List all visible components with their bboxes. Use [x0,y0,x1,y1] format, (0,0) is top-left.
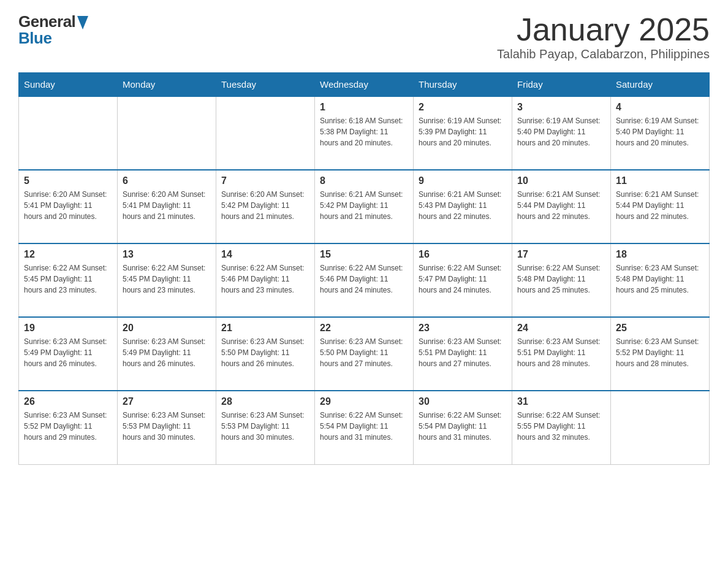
calendar-week-row: 12Sunrise: 6:22 AM Sunset: 5:45 PM Dayli… [19,243,710,317]
calendar-week-row: 19Sunrise: 6:23 AM Sunset: 5:49 PM Dayli… [19,317,710,391]
day-number: 9 [419,175,507,186]
day-info: Sunrise: 6:19 AM Sunset: 5:40 PM Dayligh… [517,115,605,148]
day-number: 11 [616,175,704,186]
day-info: Sunrise: 6:20 AM Sunset: 5:41 PM Dayligh… [123,189,211,222]
day-info: Sunrise: 6:23 AM Sunset: 5:52 PM Dayligh… [616,336,704,369]
calendar-week-row: 26Sunrise: 6:23 AM Sunset: 5:52 PM Dayli… [19,391,710,464]
day-info: Sunrise: 6:23 AM Sunset: 5:53 PM Dayligh… [221,410,309,443]
day-info: Sunrise: 6:23 AM Sunset: 5:53 PM Dayligh… [123,410,211,443]
day-info: Sunrise: 6:22 AM Sunset: 5:46 PM Dayligh… [320,262,408,296]
table-row: 2Sunrise: 6:19 AM Sunset: 5:39 PM Daylig… [414,96,512,170]
table-row [19,96,118,170]
calendar-table: Sunday Monday Tuesday Wednesday Thursday… [18,72,710,465]
days-of-week-row: Sunday Monday Tuesday Wednesday Thursday… [19,73,710,97]
calendar-title: January 2025 [497,12,710,47]
col-sunday: Sunday [19,73,118,97]
table-row: 18Sunrise: 6:23 AM Sunset: 5:48 PM Dayli… [611,243,710,317]
day-info: Sunrise: 6:21 AM Sunset: 5:44 PM Dayligh… [616,189,704,222]
day-info: Sunrise: 6:20 AM Sunset: 5:41 PM Dayligh… [24,189,112,222]
table-row: 12Sunrise: 6:22 AM Sunset: 5:45 PM Dayli… [19,243,118,317]
day-info: Sunrise: 6:22 AM Sunset: 5:55 PM Dayligh… [517,410,605,443]
day-number: 12 [24,249,112,260]
day-info: Sunrise: 6:22 AM Sunset: 5:45 PM Dayligh… [123,262,211,296]
day-number: 17 [517,249,605,260]
col-thursday: Thursday [414,73,512,97]
table-row: 11Sunrise: 6:21 AM Sunset: 5:44 PM Dayli… [611,170,710,243]
day-info: Sunrise: 6:19 AM Sunset: 5:40 PM Dayligh… [616,115,704,148]
calendar-week-row: 1Sunrise: 6:18 AM Sunset: 5:38 PM Daylig… [19,96,710,170]
day-info: Sunrise: 6:23 AM Sunset: 5:51 PM Dayligh… [517,336,605,369]
table-row: 30Sunrise: 6:22 AM Sunset: 5:54 PM Dayli… [414,391,512,464]
day-info: Sunrise: 6:23 AM Sunset: 5:50 PM Dayligh… [221,336,309,369]
day-number: 8 [320,175,408,186]
day-number: 6 [123,175,211,186]
day-info: Sunrise: 6:23 AM Sunset: 5:50 PM Dayligh… [320,336,408,369]
logo-text-blue: Blue [18,29,51,48]
day-info: Sunrise: 6:23 AM Sunset: 5:49 PM Dayligh… [24,336,112,369]
day-number: 5 [24,175,112,186]
day-info: Sunrise: 6:21 AM Sunset: 5:44 PM Dayligh… [517,189,605,222]
title-block: January 2025 Talahib Payap, Calabarzon, … [497,12,710,61]
table-row: 8Sunrise: 6:21 AM Sunset: 5:42 PM Daylig… [315,170,414,243]
table-row: 23Sunrise: 6:23 AM Sunset: 5:51 PM Dayli… [414,317,512,391]
day-number: 18 [616,249,704,260]
day-info: Sunrise: 6:22 AM Sunset: 5:48 PM Dayligh… [517,262,605,296]
day-number: 20 [123,323,211,334]
table-row [118,96,216,170]
day-info: Sunrise: 6:23 AM Sunset: 5:52 PM Dayligh… [24,410,112,443]
day-info: Sunrise: 6:18 AM Sunset: 5:38 PM Dayligh… [320,115,408,148]
table-row: 5Sunrise: 6:20 AM Sunset: 5:41 PM Daylig… [19,170,118,243]
calendar-subtitle: Talahib Payap, Calabarzon, Philippines [497,47,710,61]
table-row: 4Sunrise: 6:19 AM Sunset: 5:40 PM Daylig… [611,96,710,170]
day-number: 10 [517,175,605,186]
day-number: 30 [419,396,507,407]
calendar-header: Sunday Monday Tuesday Wednesday Thursday… [19,73,710,97]
col-tuesday: Tuesday [216,73,315,97]
day-number: 1 [320,102,408,113]
day-info: Sunrise: 6:20 AM Sunset: 5:42 PM Dayligh… [221,189,309,222]
day-info: Sunrise: 6:22 AM Sunset: 5:46 PM Dayligh… [221,262,309,296]
day-info: Sunrise: 6:22 AM Sunset: 5:45 PM Dayligh… [24,262,112,296]
table-row: 26Sunrise: 6:23 AM Sunset: 5:52 PM Dayli… [19,391,118,464]
table-row: 21Sunrise: 6:23 AM Sunset: 5:50 PM Dayli… [216,317,315,391]
calendar-body: 1Sunrise: 6:18 AM Sunset: 5:38 PM Daylig… [19,96,710,464]
day-number: 26 [24,396,112,407]
table-row: 28Sunrise: 6:23 AM Sunset: 5:53 PM Dayli… [216,391,315,464]
svg-marker-0 [77,16,88,29]
table-row: 29Sunrise: 6:22 AM Sunset: 5:54 PM Dayli… [315,391,414,464]
day-number: 22 [320,323,408,334]
day-number: 3 [517,102,605,113]
day-number: 7 [221,175,309,186]
day-number: 31 [517,396,605,407]
table-row [216,96,315,170]
day-info: Sunrise: 6:23 AM Sunset: 5:48 PM Dayligh… [616,262,704,296]
day-number: 4 [616,102,704,113]
table-row: 20Sunrise: 6:23 AM Sunset: 5:49 PM Dayli… [118,317,216,391]
col-saturday: Saturday [611,73,710,97]
calendar-week-row: 5Sunrise: 6:20 AM Sunset: 5:41 PM Daylig… [19,170,710,243]
day-info: Sunrise: 6:23 AM Sunset: 5:51 PM Dayligh… [419,336,507,369]
table-row: 17Sunrise: 6:22 AM Sunset: 5:48 PM Dayli… [512,243,611,317]
day-number: 21 [221,323,309,334]
table-row: 15Sunrise: 6:22 AM Sunset: 5:46 PM Dayli… [315,243,414,317]
col-wednesday: Wednesday [315,73,414,97]
day-number: 23 [419,323,507,334]
col-monday: Monday [118,73,216,97]
day-info: Sunrise: 6:22 AM Sunset: 5:47 PM Dayligh… [419,262,507,296]
table-row: 6Sunrise: 6:20 AM Sunset: 5:41 PM Daylig… [118,170,216,243]
day-info: Sunrise: 6:23 AM Sunset: 5:49 PM Dayligh… [123,336,211,369]
day-number: 27 [123,396,211,407]
day-info: Sunrise: 6:19 AM Sunset: 5:39 PM Dayligh… [419,115,507,148]
logo: General Blue [18,12,88,48]
table-row [611,391,710,464]
logo-triangle-icon [77,16,88,29]
day-info: Sunrise: 6:21 AM Sunset: 5:43 PM Dayligh… [419,189,507,222]
col-friday: Friday [512,73,611,97]
table-row: 22Sunrise: 6:23 AM Sunset: 5:50 PM Dayli… [315,317,414,391]
table-row: 1Sunrise: 6:18 AM Sunset: 5:38 PM Daylig… [315,96,414,170]
table-row: 16Sunrise: 6:22 AM Sunset: 5:47 PM Dayli… [414,243,512,317]
day-number: 16 [419,249,507,260]
table-row: 7Sunrise: 6:20 AM Sunset: 5:42 PM Daylig… [216,170,315,243]
table-row: 19Sunrise: 6:23 AM Sunset: 5:49 PM Dayli… [19,317,118,391]
table-row: 9Sunrise: 6:21 AM Sunset: 5:43 PM Daylig… [414,170,512,243]
